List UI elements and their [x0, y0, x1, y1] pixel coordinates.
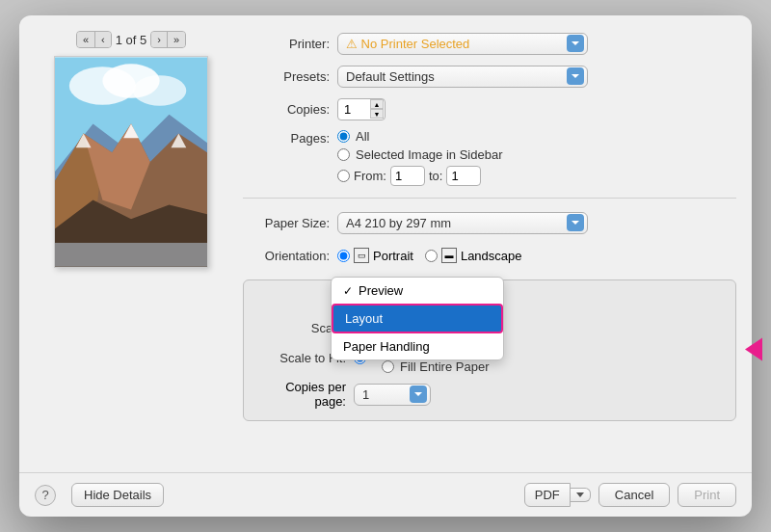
copies-per-page-label: Copies per page: [259, 380, 346, 409]
pages-to-input[interactable] [446, 166, 481, 186]
pdf-button[interactable]: PDF [524, 483, 571, 507]
print-button[interactable]: Print [678, 483, 736, 507]
pages-sidebar-radio[interactable] [337, 148, 350, 161]
copies-increment[interactable]: ▲ [370, 99, 384, 109]
copies-input-wrap: ▲ ▼ [337, 98, 386, 120]
pages-from-radio[interactable] [337, 170, 350, 182]
landscape-radio[interactable] [425, 250, 438, 262]
preview-label: Preview [359, 283, 403, 298]
pages-all-label: All [356, 129, 369, 144]
next-button[interactable]: › [151, 32, 168, 47]
orientation-row: Orientation: ▭ Portrait ▬ Landscape [243, 243, 736, 268]
print-preview [54, 56, 208, 268]
help-button[interactable]: ? [35, 485, 56, 506]
printer-control: ⚠ No Printer Selected [337, 33, 736, 55]
copies-control: ▲ ▼ [337, 98, 736, 120]
pages-sidebar-row: Selected Image in Sidebar [337, 147, 502, 162]
fill-entire-paper-row: Fill Entire Paper [382, 359, 500, 374]
paper-size-row: Paper Size: A4 210 by 297 mm [243, 210, 736, 235]
pages-row: Pages: All Selected Image in Sidebar [243, 129, 736, 186]
landscape-label: Landscape [461, 249, 522, 263]
presets-select-wrap: Default Settings [337, 66, 588, 88]
pink-arrow-icon [745, 337, 762, 363]
presets-select[interactable]: Default Settings [337, 66, 588, 88]
dropdown-menu: Preview Layout Paper Handling [331, 277, 504, 360]
presets-row: Presets: Default Settings [243, 64, 736, 89]
paper-size-label: Paper Size: [243, 216, 330, 230]
right-panel: Printer: ⚠ No Printer Selected Presets: [243, 31, 736, 457]
portrait-label: Portrait [373, 249, 413, 263]
copies-per-page-row: Copies per page: 1 [259, 380, 720, 409]
paper-size-select[interactable]: A4 210 by 297 mm [337, 212, 588, 234]
orientation-control: ▭ Portrait ▬ Landscape [337, 248, 736, 263]
copies-label: Copies: [243, 102, 330, 117]
pages-from-input[interactable] [390, 166, 425, 186]
printer-select-wrap: ⚠ No Printer Selected [337, 33, 588, 55]
fill-paper-radio[interactable] [382, 360, 394, 373]
dropdown-item-layout[interactable]: Layout [332, 304, 503, 333]
left-panel: « ‹ 1 of 5 › » [35, 31, 227, 457]
presets-label: Presets: [243, 69, 330, 84]
pages-all-row: All [337, 129, 502, 144]
svg-rect-12 [55, 243, 207, 267]
presets-control: Default Settings [337, 66, 736, 88]
next-nav-group: › » [150, 31, 186, 48]
copies-per-page-select-wrap: 1 [354, 384, 431, 406]
pages-sidebar-label: Selected Image in Sidebar [356, 147, 502, 162]
pages-all-radio[interactable] [337, 130, 350, 143]
landscape-option: ▬ Landscape [425, 248, 522, 263]
portrait-option: ▭ Portrait [337, 248, 413, 263]
prev-prev-button[interactable]: « [77, 32, 95, 47]
pages-from-to-row: From: to: [337, 166, 502, 186]
cancel-button[interactable]: Cancel [598, 483, 670, 507]
pages-control: All Selected Image in Sidebar From: to: [337, 129, 736, 186]
panel-section: Preview Layout Paper Handling [243, 279, 736, 421]
printer-select[interactable]: ⚠ No Printer Selected [337, 33, 588, 55]
pdf-button-wrap: PDF [524, 483, 591, 507]
dropdown-item-preview[interactable]: Preview [332, 278, 503, 304]
portrait-radio[interactable] [337, 250, 350, 262]
dialog-footer: ? Hide Details PDF Cancel Print [19, 472, 752, 517]
paper-size-select-wrap: A4 210 by 297 mm [337, 212, 588, 234]
orientation-label: Orientation: [243, 249, 330, 263]
arrow-indicator [745, 337, 762, 363]
layout-label: Layout [345, 311, 383, 326]
navigation-bar: « ‹ 1 of 5 › » [35, 31, 227, 48]
pages-label: Pages: [243, 129, 330, 146]
prev-nav-group: « ‹ [76, 31, 112, 48]
paper-size-control: A4 210 by 297 mm [337, 212, 736, 234]
dropdown-item-paper-handling[interactable]: Paper Handling [332, 333, 503, 359]
hide-details-button[interactable]: Hide Details [71, 483, 164, 507]
divider-1 [243, 198, 736, 199]
pages-from-label: From: [354, 169, 386, 183]
printer-label: Printer: [243, 37, 330, 51]
copies-row: Copies: ▲ ▼ [243, 96, 736, 121]
copies-per-page-select[interactable]: 1 [354, 384, 431, 406]
pages-radio-group: All Selected Image in Sidebar From: to: [337, 129, 502, 186]
fill-paper-label: Fill Entire Paper [400, 359, 489, 374]
next-next-button[interactable]: » [168, 32, 185, 47]
copies-decrement[interactable]: ▼ [370, 109, 384, 119]
page-count: 1 of 5 [116, 33, 147, 47]
paper-handling-label: Paper Handling [343, 339, 430, 354]
pages-to-label: to: [429, 169, 442, 183]
portrait-icon: ▭ [354, 248, 369, 263]
pdf-dropdown-button[interactable] [571, 488, 591, 502]
landscape-icon: ▬ [441, 248, 457, 263]
print-dialog: « ‹ 1 of 5 › » [19, 15, 752, 517]
prev-button[interactable]: ‹ [95, 32, 111, 47]
svg-point-3 [133, 75, 186, 106]
copies-stepper: ▲ ▼ [370, 99, 384, 119]
printer-row: Printer: ⚠ No Printer Selected [243, 31, 736, 56]
